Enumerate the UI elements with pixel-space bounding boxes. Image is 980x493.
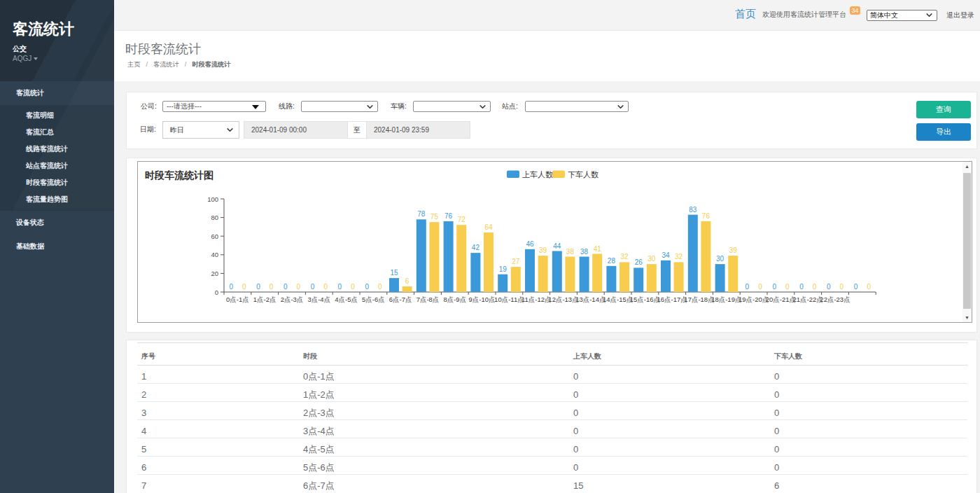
- svg-text:0: 0: [284, 283, 288, 291]
- svg-text:38: 38: [566, 248, 575, 256]
- svg-text:75: 75: [430, 213, 439, 221]
- svg-text:32: 32: [620, 253, 629, 261]
- svg-text:0: 0: [256, 283, 260, 291]
- svg-text:下车人数: 下车人数: [568, 170, 598, 179]
- svg-text:0: 0: [854, 283, 858, 291]
- svg-text:64: 64: [484, 223, 493, 231]
- svg-text:0: 0: [813, 283, 817, 291]
- svg-text:20点-21点: 20点-21点: [766, 296, 796, 303]
- svg-text:46: 46: [526, 240, 534, 248]
- svg-text:1点-2点: 1点-2点: [253, 296, 276, 303]
- svg-text:60: 60: [211, 232, 218, 240]
- svg-text:4点-5点: 4点-5点: [335, 296, 358, 303]
- svg-text:3点-4点: 3点-4点: [307, 296, 330, 303]
- svg-text:100: 100: [207, 195, 218, 203]
- svg-text:0: 0: [867, 283, 871, 291]
- svg-text:30: 30: [648, 255, 656, 263]
- svg-text:6点-7点: 6点-7点: [389, 296, 412, 303]
- svg-text:时段车流统计图: 时段车流统计图: [145, 169, 214, 181]
- svg-text:0: 0: [772, 283, 776, 291]
- svg-text:12点-13点: 12点-13点: [548, 296, 578, 303]
- svg-text:20: 20: [211, 270, 218, 277]
- svg-text:0: 0: [827, 283, 831, 291]
- svg-text:18点-19点: 18点-19点: [711, 296, 741, 303]
- svg-text:0: 0: [785, 283, 790, 291]
- svg-text:42: 42: [472, 244, 480, 251]
- svg-text:17点-18点: 17点-18点: [684, 296, 714, 303]
- svg-text:2点-3点: 2点-3点: [281, 296, 304, 303]
- svg-text:上车人数: 上车人数: [522, 170, 553, 179]
- svg-text:0: 0: [758, 283, 762, 291]
- svg-text:0: 0: [270, 283, 274, 291]
- svg-text:16点-17点: 16点-17点: [657, 296, 687, 303]
- svg-text:22点-23点: 22点-23点: [820, 296, 850, 303]
- svg-text:28: 28: [608, 257, 616, 265]
- svg-text:32: 32: [675, 253, 683, 261]
- svg-text:8点-9点: 8点-9点: [443, 296, 466, 303]
- svg-text:15: 15: [390, 269, 398, 277]
- svg-text:0: 0: [215, 289, 218, 296]
- svg-text:80: 80: [211, 214, 218, 221]
- svg-text:0: 0: [338, 283, 342, 291]
- svg-text:0: 0: [242, 283, 246, 291]
- svg-text:0: 0: [799, 283, 804, 291]
- svg-text:44: 44: [553, 242, 561, 250]
- svg-text:11点-12点: 11点-12点: [522, 296, 552, 303]
- svg-text:9点-10点: 9点-10点: [469, 296, 496, 303]
- svg-text:19: 19: [499, 265, 507, 273]
- svg-text:0: 0: [378, 283, 382, 291]
- svg-text:39: 39: [729, 246, 738, 254]
- svg-text:21点-22点: 21点-22点: [793, 296, 823, 303]
- svg-text:34: 34: [662, 251, 670, 259]
- svg-text:14点-15点: 14点-15点: [603, 296, 633, 303]
- svg-text:78: 78: [417, 210, 426, 218]
- svg-text:76: 76: [444, 212, 453, 220]
- svg-text:41: 41: [594, 245, 602, 253]
- svg-text:0: 0: [351, 283, 355, 291]
- svg-text:10点-11点: 10点-11点: [494, 296, 524, 303]
- svg-text:39: 39: [539, 246, 547, 254]
- svg-text:30: 30: [716, 255, 724, 263]
- svg-text:76: 76: [702, 212, 710, 220]
- svg-text:38: 38: [580, 248, 589, 256]
- svg-text:72: 72: [458, 216, 466, 223]
- svg-text:6: 6: [405, 277, 410, 285]
- svg-text:0: 0: [297, 283, 301, 291]
- svg-text:0: 0: [323, 283, 328, 291]
- svg-text:27: 27: [512, 258, 520, 265]
- svg-text:83: 83: [689, 206, 697, 214]
- svg-text:15点-16点: 15点-16点: [630, 296, 660, 303]
- svg-text:26: 26: [635, 258, 643, 266]
- svg-text:0: 0: [229, 283, 233, 291]
- svg-text:5点-6点: 5点-6点: [362, 296, 385, 303]
- svg-text:0: 0: [840, 283, 844, 291]
- svg-text:40: 40: [211, 251, 218, 258]
- svg-text:0: 0: [311, 283, 315, 291]
- svg-text:7点-8点: 7点-8点: [416, 296, 440, 303]
- svg-text:0: 0: [746, 283, 750, 291]
- svg-text:19点-20点: 19点-20点: [738, 296, 769, 303]
- svg-text:0点-1点: 0点-1点: [226, 296, 249, 303]
- svg-text:13点-14点: 13点-14点: [575, 296, 606, 303]
- svg-text:0: 0: [365, 283, 369, 291]
